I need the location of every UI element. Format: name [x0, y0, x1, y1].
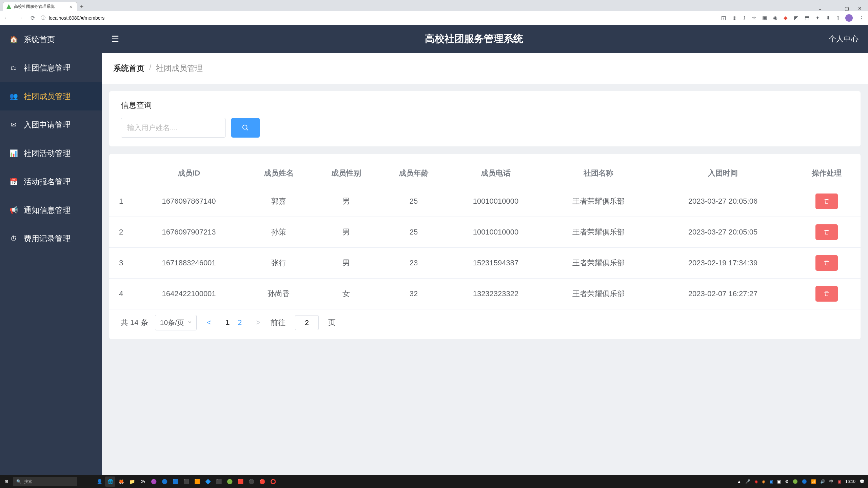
taskbar-store-icon[interactable]: 🛍	[138, 476, 148, 487]
panel-icon[interactable]: ▯	[836, 15, 839, 21]
taskbar-app7-icon[interactable]: 🟥	[235, 476, 245, 487]
table-header: 成员性别	[312, 161, 380, 186]
zoom-icon[interactable]: ⊕	[732, 15, 737, 21]
window-maximize-icon[interactable]: ▢	[845, 6, 849, 11]
taskbar-search-text: 搜索	[24, 479, 32, 485]
new-tab-button[interactable]: +	[77, 2, 86, 11]
table-cell: 张行	[245, 248, 312, 279]
sidebar-item-0[interactable]: 🏠系统首页	[0, 25, 102, 54]
taskbar-firefox-icon[interactable]: 🦊	[116, 476, 126, 487]
window-more-icon[interactable]: ⌄	[818, 6, 822, 11]
extensions-icon[interactable]: ✦	[815, 15, 820, 21]
taskbar-app9-icon[interactable]: 🔴	[257, 476, 267, 487]
taskbar-app3-icon[interactable]: 🟦	[170, 476, 180, 487]
tray-time[interactable]: 16:10	[845, 479, 855, 484]
taskbar-app5-icon[interactable]: 🔷	[203, 476, 213, 487]
delete-button[interactable]	[815, 255, 838, 271]
sidebar-item-3[interactable]: ✉入团申请管理	[0, 110, 102, 139]
tray-i2-icon[interactable]: ◉	[762, 479, 765, 484]
reload-icon[interactable]: ⟳	[31, 15, 35, 22]
sidebar-item-4[interactable]: 📊社团活动管理	[0, 139, 102, 167]
profile-avatar[interactable]	[845, 14, 853, 22]
ext5-icon[interactable]: ⬒	[805, 15, 809, 21]
table-header: 入团时间	[653, 161, 793, 186]
ext2-icon[interactable]: ◉	[773, 15, 777, 21]
sidebar-item-5[interactable]: 📅活动报名管理	[0, 167, 102, 196]
taskbar: ⊞ 🔍 搜索 👤 🌐 🦊 📁 🛍 🟣 🔵 🟦 ⬛ 🟧 🔷 ⬛ 🟢 🟥 ⚫ 🔴 ⭕…	[0, 475, 868, 488]
next-page-button[interactable]: >	[253, 318, 264, 327]
tray-volume-icon[interactable]: 🔊	[820, 479, 825, 484]
search-input[interactable]	[121, 118, 226, 138]
search-button[interactable]	[231, 118, 260, 138]
url-box[interactable]: ⓘ localhost:8080/#/members	[41, 15, 104, 21]
tray-i8-icon[interactable]: ▣	[837, 479, 841, 484]
taskbar-app10-icon[interactable]: ⭕	[268, 476, 278, 487]
forward-icon[interactable]: →	[17, 15, 23, 22]
trash-icon	[824, 260, 830, 266]
star-icon[interactable]: ☆	[752, 15, 756, 21]
site-info-icon[interactable]: ⓘ	[41, 15, 45, 21]
close-tab-icon[interactable]: ×	[70, 4, 72, 9]
search-panel: 信息查询	[109, 91, 861, 146]
taskbar-search[interactable]: 🔍 搜索	[13, 477, 77, 486]
back-icon[interactable]: ←	[4, 15, 10, 22]
pagination: 共 14 条 10条/页 < 12 > 前往 页	[109, 309, 861, 332]
share-icon[interactable]: ⤴	[743, 15, 746, 21]
tray-wifi-icon[interactable]: 📶	[811, 479, 816, 484]
tray-i5-icon[interactable]: ⚙	[785, 479, 789, 484]
sidebar-item-label: 通知信息管理	[24, 205, 71, 216]
tray-i6-icon[interactable]: 🟢	[793, 479, 798, 484]
sidebar-item-7[interactable]: ⏱费用记录管理	[0, 224, 102, 253]
table-cell: 女	[312, 279, 380, 309]
tray-i3-icon[interactable]: ▣	[769, 479, 773, 484]
tray-i1-icon[interactable]: ◉	[754, 479, 758, 484]
ext1-icon[interactable]: ▣	[762, 15, 767, 21]
svg-line-1	[246, 129, 248, 130]
breadcrumb-home[interactable]: 系统首页	[113, 63, 144, 74]
tray-i4-icon[interactable]: ▣	[777, 479, 781, 484]
goto-page-input[interactable]	[295, 315, 319, 330]
taskbar-app8-icon[interactable]: ⚫	[246, 476, 256, 487]
download-icon[interactable]: ⬇	[826, 15, 830, 21]
window-close-icon[interactable]: ✕	[858, 6, 862, 11]
start-button[interactable]: ⊞	[0, 475, 13, 488]
table-header: 成员电话	[447, 161, 544, 186]
menu-icon[interactable]: ⋮	[859, 15, 864, 21]
page-size-select[interactable]: 10条/页	[155, 315, 197, 330]
page-number[interactable]: 2	[234, 318, 246, 327]
taskbar-cortana-icon[interactable]: 👤	[94, 476, 104, 487]
tray-mic-icon[interactable]: 🎤	[745, 479, 750, 484]
user-center-link[interactable]: 个人中心	[829, 34, 859, 44]
tray-i7-icon[interactable]: 🔵	[802, 479, 807, 484]
delete-button[interactable]	[815, 194, 838, 209]
taskbar-terminal-icon[interactable]: ⬛	[181, 476, 191, 487]
page-suffix: 页	[328, 318, 336, 328]
prev-page-button[interactable]: <	[203, 318, 215, 327]
sidebar-item-6[interactable]: 📢通知信息管理	[0, 196, 102, 224]
delete-button[interactable]	[815, 286, 838, 302]
tray-notifications-icon[interactable]: 💬	[860, 479, 865, 484]
taskbar-chrome-icon[interactable]: 🌐	[105, 476, 115, 487]
ext4-icon[interactable]: ◩	[794, 15, 798, 21]
sidebar-item-1[interactable]: 🗂社团信息管理	[0, 54, 102, 82]
table-cell: 2023-03-27 20:05:05	[653, 217, 793, 248]
url-text: localhost:8080/#/members	[49, 15, 104, 21]
sidebar-item-label: 系统首页	[24, 34, 55, 45]
taskbar-wechat-icon[interactable]: 🟢	[224, 476, 235, 487]
delete-button[interactable]	[815, 224, 838, 240]
menu-toggle-icon[interactable]: ☰	[111, 34, 119, 44]
browser-tab[interactable]: 高校社团服务管理系统 ×	[3, 2, 77, 11]
taskbar-app4-icon[interactable]: 🟧	[192, 476, 202, 487]
taskbar-app6-icon[interactable]: ⬛	[214, 476, 224, 487]
ext3-icon[interactable]: ◆	[784, 15, 788, 21]
sidebar-item-2[interactable]: 👥社团成员管理	[0, 82, 102, 110]
page-number[interactable]: 1	[221, 318, 234, 327]
taskbar-app2-icon[interactable]: 🔵	[159, 476, 170, 487]
key-icon[interactable]: ⚿	[721, 15, 726, 21]
table-row: 11676097867140郭嘉男2510010010000王者荣耀俱乐部202…	[109, 186, 861, 217]
taskbar-files-icon[interactable]: 📁	[127, 476, 137, 487]
window-minimize-icon[interactable]: —	[831, 6, 836, 11]
tray-ime-icon[interactable]: 中	[829, 479, 833, 485]
tray-up-icon[interactable]: ▲	[737, 479, 741, 484]
taskbar-app1-icon[interactable]: 🟣	[149, 476, 159, 487]
